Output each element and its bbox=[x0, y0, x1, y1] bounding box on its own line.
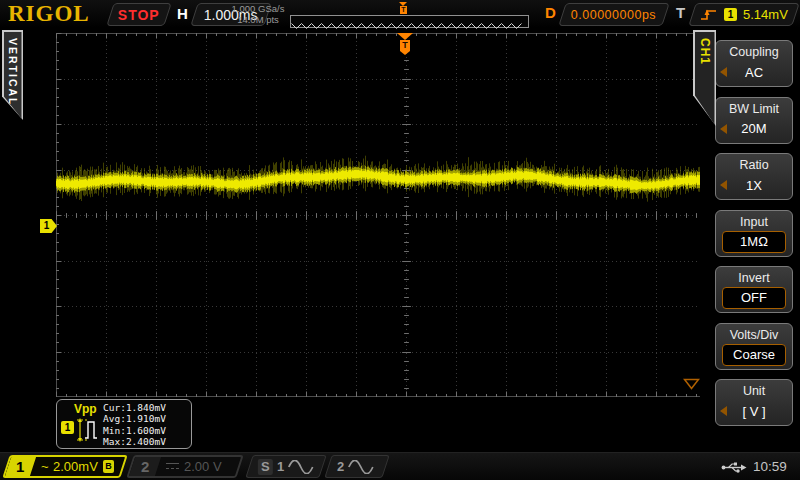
clock: 10:59 bbox=[753, 459, 787, 474]
channel2-number: 2 bbox=[141, 458, 149, 475]
sine-wave-icon bbox=[348, 460, 374, 474]
tab-face: VERTICAL bbox=[4, 32, 22, 119]
menu-item-ratio[interactable]: Ratio1X bbox=[715, 153, 793, 200]
vpp-pulse-icon bbox=[76, 417, 102, 443]
measurement-values: Cur:1.840mV Avg:1.910mV Min:1.600mV Max:… bbox=[103, 402, 166, 447]
source1-number: 1 bbox=[277, 459, 284, 474]
oscilloscope-screen: RIGOL STOP H 1.000ms 1.000 GSa/s 14.0M p… bbox=[0, 0, 800, 480]
menu-item-label: Ratio bbox=[716, 158, 792, 172]
memory-depth: 14.0M pts bbox=[226, 14, 290, 25]
memory-waveform-icon bbox=[291, 21, 524, 30]
run-status-badge[interactable]: STOP bbox=[106, 3, 171, 26]
menu-item-label: Coupling bbox=[716, 45, 792, 59]
measurement-vpp-box[interactable]: Vpp 1 Cur:1.840mV Avg:1.910mV Min:1.600m… bbox=[56, 399, 192, 449]
menu-item-value: Coarse bbox=[722, 344, 786, 366]
memory-trigger-position-icon[interactable]: T bbox=[399, 2, 407, 14]
channel1-number: 1 bbox=[16, 458, 24, 475]
source1-status-block[interactable]: S 1 bbox=[245, 455, 326, 478]
ac-coupling-icon: ~ bbox=[41, 459, 49, 474]
source2-number: 2 bbox=[337, 459, 344, 474]
menu-item-value: [ V ] bbox=[742, 404, 765, 419]
channel1-level-marker[interactable]: 1 bbox=[40, 219, 57, 233]
menu-item-input[interactable]: Input1MΩ bbox=[715, 210, 793, 257]
sine-wave-icon bbox=[288, 460, 314, 474]
channel1-status-block[interactable]: 1 ~ 2.00mV B bbox=[2, 455, 127, 478]
horizontal-label: H bbox=[177, 5, 188, 22]
delay-value: 0.00000000ps bbox=[571, 8, 656, 22]
trigger-info-box[interactable]: 1 5.14mV bbox=[688, 3, 799, 26]
menu-item-value: 1X bbox=[746, 178, 762, 193]
menu-item-value: AC bbox=[745, 65, 763, 80]
menu-item-label: Input bbox=[716, 215, 792, 229]
menu-item-volts-div[interactable]: Volts/DivCoarse bbox=[715, 323, 793, 370]
dc-coupling-icon bbox=[166, 462, 179, 471]
trigger-slope-icon bbox=[700, 8, 718, 22]
brand-logo: RIGOL bbox=[8, 1, 90, 27]
run-status-text: STOP bbox=[118, 7, 160, 23]
channel1-scale: 2.00mV bbox=[53, 459, 98, 474]
source-label: S bbox=[258, 459, 273, 475]
waveform-display bbox=[56, 33, 756, 397]
menu-item-label: Unit bbox=[716, 384, 792, 398]
top-status-bar: RIGOL STOP H 1.000ms 1.000 GSa/s 14.0M p… bbox=[0, 0, 800, 28]
measurement-channel-badge: 1 bbox=[61, 421, 74, 434]
source2-status-block[interactable]: 2 bbox=[324, 455, 389, 478]
channel2-status-block[interactable]: 2 2.00 V bbox=[126, 455, 243, 478]
menu-item-bw-limit[interactable]: BW Limit20M bbox=[715, 97, 793, 144]
menu-item-unit[interactable]: Unit[ V ] bbox=[715, 379, 793, 426]
delay-box[interactable]: 0.00000000ps bbox=[558, 3, 669, 26]
delay-label: D bbox=[545, 4, 556, 21]
left-arrow-icon bbox=[720, 180, 727, 190]
menu-item-value: 1MΩ bbox=[722, 231, 786, 253]
memory-position-bar[interactable] bbox=[290, 15, 529, 28]
trigger-level-value: 5.14mV bbox=[743, 7, 788, 22]
sample-rate: 1.000 GSa/s bbox=[226, 3, 290, 14]
trigger-source-badge: 1 bbox=[724, 8, 737, 21]
left-arrow-icon bbox=[720, 124, 727, 134]
left-arrow-icon bbox=[720, 406, 727, 416]
tab-vertical-label: VERTICAL bbox=[7, 32, 19, 119]
menu-item-label: BW Limit bbox=[716, 102, 792, 116]
tab-ch1[interactable]: CH1 bbox=[693, 30, 716, 126]
measurement-name: Vpp bbox=[74, 402, 97, 416]
trigger-position-marker[interactable]: T bbox=[397, 33, 413, 55]
menu-item-invert[interactable]: InvertOFF bbox=[715, 266, 793, 313]
menu-item-label: Invert bbox=[716, 271, 792, 285]
bottom-status-bar: 1 ~ 2.00mV B 2 2.00 V S 1 2 bbox=[0, 452, 800, 480]
acquisition-info: 1.000 GSa/s 14.0M pts bbox=[226, 3, 290, 25]
channel2-scale: 2.00 V bbox=[184, 459, 222, 474]
trigger-level-offscreen-icon bbox=[683, 378, 700, 390]
left-arrow-icon bbox=[720, 67, 727, 77]
bw-limit-icon: B bbox=[103, 460, 114, 473]
menu-item-value: 20M bbox=[741, 121, 766, 136]
menu-item-value: OFF bbox=[722, 287, 786, 309]
menu-item-label: Volts/Div bbox=[716, 328, 792, 342]
tab-vertical[interactable]: VERTICAL bbox=[2, 30, 23, 120]
trigger-label: T bbox=[676, 4, 685, 21]
usb-icon bbox=[721, 461, 747, 474]
menu-item-coupling[interactable]: CouplingAC bbox=[715, 40, 793, 87]
